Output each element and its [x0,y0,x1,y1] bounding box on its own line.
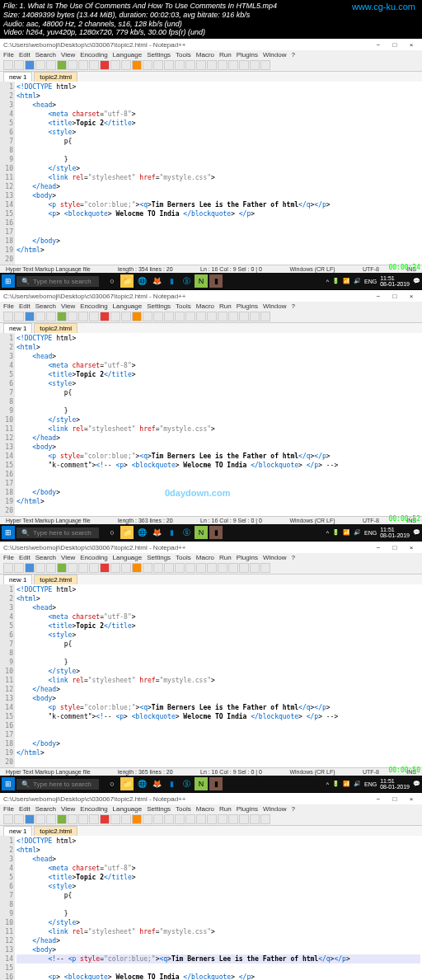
menu-item-file[interactable]: File [3,302,14,310]
menu-item-search[interactable]: Search [35,805,56,813]
toolbar-button[interactable] [35,60,45,70]
toolbar-button[interactable] [196,60,206,70]
maximize-button[interactable]: □ [387,542,402,552]
toolbar-button[interactable] [25,60,35,70]
toolbar-button[interactable] [143,60,152,70]
toolbar-button[interactable] [153,563,163,573]
toolbar-button[interactable] [260,312,270,321]
menu-item-?[interactable]: ? [291,554,294,561]
toolbar-button[interactable] [3,312,13,321]
toolbar-button[interactable] [164,563,174,573]
menu-item-edit[interactable]: Edit [19,805,30,813]
toolbar-button[interactable] [250,563,260,573]
menu-item-edit[interactable]: Edit [19,302,30,310]
toolbar-button[interactable] [3,814,13,824]
taskbar-search[interactable]: 🔍Type here to search [16,276,99,287]
code-editor[interactable]: 1234567891011121314151617181920 <!DOCTYP… [0,584,422,767]
toolbar-button[interactable] [175,312,185,321]
toolbar-button[interactable] [185,60,195,70]
toolbar-button[interactable] [46,814,56,824]
toolbar-button[interactable] [25,814,35,824]
close-button[interactable]: × [404,291,419,301]
toolbar-button[interactable] [132,312,142,321]
toolbar-button[interactable] [110,60,120,70]
toolbar-button[interactable] [57,60,67,70]
maximize-button[interactable]: □ [387,291,402,301]
tab-topic2-html[interactable]: topic2.html [34,574,77,584]
toolbar-button[interactable] [68,60,77,70]
taskbar-search[interactable]: 🔍Type here to search [16,779,99,790]
toolbar-button[interactable] [100,312,110,321]
toolbar-button[interactable] [100,60,110,70]
menu-item-settings[interactable]: Settings [147,554,171,561]
toolbar-button[interactable] [25,563,35,573]
toolbar-button[interactable] [228,312,238,321]
close-button[interactable]: × [404,794,419,804]
minimize-button[interactable]: − [371,40,386,49]
menu-item-tools[interactable]: Tools [176,302,191,310]
firefox-icon[interactable]: 🦊 [150,274,163,288]
menu-item-window[interactable]: Window [263,51,286,59]
toolbar-button[interactable] [14,60,24,70]
toolbar-button[interactable] [78,312,88,321]
toolbar-button[interactable] [100,814,110,824]
notepadpp-icon[interactable]: N [195,274,208,288]
toolbar-button[interactable] [89,814,99,824]
toolbar-button[interactable] [164,60,174,70]
toolbar-button[interactable] [46,563,56,573]
menu-item-view[interactable]: View [61,302,75,310]
menu-item-view[interactable]: View [61,51,75,59]
menu-item-language[interactable]: Language [113,554,143,561]
toolbar-button[interactable] [78,563,88,573]
menu-item-language[interactable]: Language [113,51,143,59]
start-button[interactable]: ⊞ [2,526,15,539]
app-icon[interactable]: ▮ [209,274,223,288]
menu-item-edit[interactable]: Edit [19,554,30,561]
toolbar-button[interactable] [57,563,67,573]
toolbar-button[interactable] [164,814,174,824]
menu-item-encoding[interactable]: Encoding [80,302,107,310]
start-button[interactable]: ⊞ [2,274,15,288]
toolbar-button[interactable] [35,563,45,573]
toolbar-button[interactable] [239,60,249,70]
tray-volume-icon[interactable]: 🔊 [354,278,361,284]
minimize-button[interactable]: − [371,794,386,804]
toolbar-button[interactable] [260,814,270,824]
minimize-button[interactable]: − [371,291,386,301]
toolbar-button[interactable] [121,814,131,824]
toolbar-button[interactable] [153,60,163,70]
toolbar-button[interactable] [46,312,56,321]
toolbar-button[interactable] [25,312,35,321]
toolbar-button[interactable] [239,814,249,824]
toolbar-button[interactable] [110,563,120,573]
toolbar-button[interactable] [218,60,227,70]
close-button[interactable]: × [404,40,419,49]
toolbar-button[interactable] [175,814,185,824]
toolbar-button[interactable] [143,312,152,321]
toolbar-button[interactable] [153,312,163,321]
toolbar-button[interactable] [250,312,260,321]
tab-new-1[interactable]: new 1 [3,826,32,836]
toolbar-button[interactable] [185,312,195,321]
toolbar-button[interactable] [57,312,67,321]
toolbar-button[interactable] [143,563,152,573]
toolbar-button[interactable] [100,563,110,573]
menu-item-run[interactable]: Run [219,302,232,310]
toolbar-button[interactable] [132,60,142,70]
menu-item-macro[interactable]: Macro [196,805,214,813]
toolbar-button[interactable] [185,563,195,573]
menu-item-plugins[interactable]: Plugins [237,51,258,59]
tray-lang[interactable]: ENG [364,279,377,284]
vscode-icon[interactable]: ▮ [165,274,178,288]
toolbar-button[interactable] [46,60,56,70]
menu-item-?[interactable]: ? [291,302,294,310]
toolbar-button[interactable] [110,312,120,321]
menu-item-view[interactable]: View [61,554,75,561]
tray-clock[interactable]: 11:5108-01-2019 [380,275,410,287]
toolbar-button[interactable] [239,563,249,573]
toolbar-button[interactable] [57,814,67,824]
maximize-button[interactable]: □ [387,40,402,49]
tab-topic2-html[interactable]: topic2.html [34,72,77,82]
toolbar-button[interactable] [228,814,238,824]
toolbar-button[interactable] [89,563,99,573]
